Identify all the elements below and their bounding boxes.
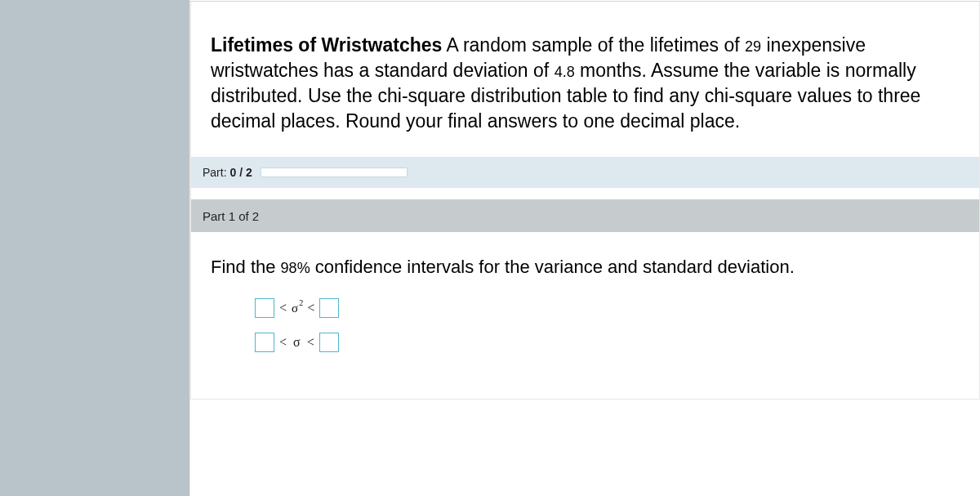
q-pct: 98% (281, 260, 310, 276)
std-dev-value: 4.8 (555, 64, 575, 80)
problem-title: Lifetimes of Wristwatches (211, 34, 442, 56)
problem-statement: Lifetimes of Wristwatches A random sampl… (191, 2, 979, 157)
progress-label: Part: 0 / 2 (203, 166, 252, 179)
progress-bar: Part: 0 / 2 (191, 157, 979, 188)
lt-symbol-1: < (279, 301, 287, 315)
lt-symbol-2: < (307, 301, 314, 315)
progress-value: 0 / 2 (229, 166, 252, 179)
q-lead: Find the (211, 257, 281, 277)
sample-size-value: 29 (745, 38, 761, 55)
variance-upper-input[interactable] (319, 298, 339, 318)
sigma-squared-symbol: σ2 (292, 301, 302, 315)
squared-char: 2 (299, 298, 303, 307)
progress-track (261, 168, 408, 177)
problem-text-1: A random sample of the lifetimes of (442, 34, 745, 56)
variance-row: < σ2 < (255, 297, 971, 319)
lt-symbol-4: < (307, 335, 314, 350)
question-card: Lifetimes of Wristwatches A random sampl… (190, 2, 980, 400)
page-root: Lifetimes of Wristwatches A random sampl… (0, 0, 980, 496)
variance-lower-input[interactable] (255, 298, 274, 318)
part-question: Find the 98% confidence intervals for th… (211, 257, 971, 278)
q-tail: confidence intervals for the variance an… (310, 257, 795, 277)
progress-prefix: Part: (203, 166, 229, 179)
part-header: Part 1 of 2 (191, 199, 979, 232)
lt-symbol-3: < (279, 335, 287, 350)
part-header-label: Part 1 of 2 (203, 209, 259, 223)
answer-rows: < σ2 < < σ < (255, 297, 971, 353)
stddev-lower-input[interactable] (255, 333, 274, 352)
stddev-upper-input[interactable] (319, 333, 339, 352)
sigma-symbol: σ (293, 335, 301, 350)
sigma-char-1: σ (292, 302, 298, 315)
main-content: Lifetimes of Wristwatches A random sampl… (189, 0, 980, 496)
left-sidebar (0, 0, 189, 496)
part-body: Find the 98% confidence intervals for th… (191, 232, 979, 391)
stddev-row: < σ < (255, 332, 971, 353)
